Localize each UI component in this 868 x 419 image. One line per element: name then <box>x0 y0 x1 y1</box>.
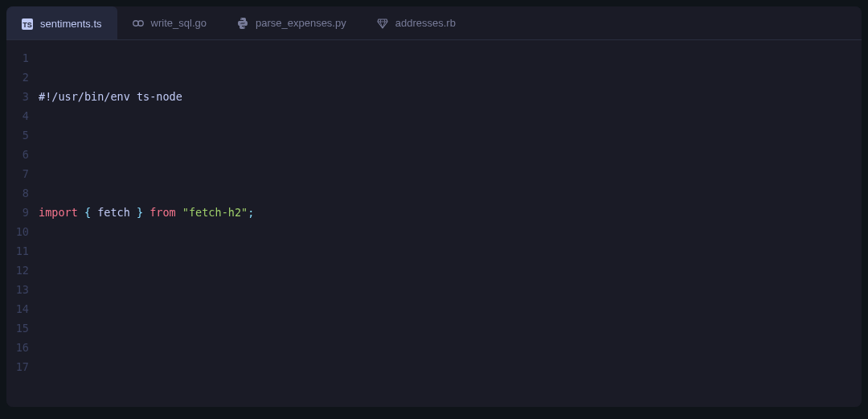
editor-body: 1 2 3 4 5 6 7 8 9 10 11 12 13 14 15 16 1… <box>6 40 862 407</box>
line-number-gutter: 1 2 3 4 5 6 7 8 9 10 11 12 13 14 15 16 1… <box>6 48 39 407</box>
line-number: 7 <box>6 164 29 183</box>
keyword-import: import <box>39 206 78 219</box>
editor-window: TS sentiments.ts write_sql.go <box>6 6 862 407</box>
line-number: 9 <box>6 203 29 222</box>
semicolon: ; <box>248 206 254 219</box>
tab-label: sentiments.ts <box>40 18 102 30</box>
python-icon <box>236 17 249 30</box>
line-number: 1 <box>6 48 29 68</box>
code-area[interactable]: #!/usr/bin/env ts-node import { fetch } … <box>39 48 862 407</box>
line-number: 8 <box>6 183 29 203</box>
tab-sentiments-ts[interactable]: TS sentiments.ts <box>6 6 117 39</box>
line-number: 12 <box>6 261 29 280</box>
tab-addresses-rb[interactable]: addresses.rb <box>362 6 471 39</box>
line-number: 17 <box>6 357 29 376</box>
line-number: 11 <box>6 241 29 261</box>
code-line <box>39 145 862 164</box>
space <box>176 206 182 219</box>
line-number: 6 <box>6 145 29 164</box>
go-icon <box>132 17 145 30</box>
line-number: 16 <box>6 338 29 357</box>
code-line: import { fetch } from "fetch-h2"; <box>39 203 862 222</box>
tab-parse-expenses-py[interactable]: parse_expenses.py <box>222 6 362 39</box>
brace-close: } <box>130 206 149 219</box>
svg-point-4 <box>240 18 241 18</box>
keyword-from: from <box>149 206 176 219</box>
ts-icon: TS <box>21 18 34 31</box>
brace-open: { <box>78 206 97 219</box>
line-number: 2 <box>6 68 29 87</box>
code-line <box>39 318 862 338</box>
tab-label: addresses.rb <box>395 17 456 29</box>
line-number: 10 <box>6 222 29 241</box>
ruby-icon <box>376 17 389 30</box>
svg-text:TS: TS <box>23 21 32 29</box>
code-line <box>39 376 862 396</box>
line-number: 5 <box>6 125 29 145</box>
tab-label: parse_expenses.py <box>256 17 346 29</box>
identifier-fetch: fetch <box>97 206 130 219</box>
shebang-text: #!/usr/bin/env ts-node <box>39 90 182 103</box>
line-number: 4 <box>6 106 29 125</box>
code-line: #!/usr/bin/env ts-node <box>39 87 862 106</box>
line-number: 15 <box>6 318 29 338</box>
tab-label: write_sql.go <box>151 17 207 29</box>
code-line <box>39 261 862 280</box>
tab-write-sql-go[interactable]: write_sql.go <box>117 6 222 39</box>
tab-bar: TS sentiments.ts write_sql.go <box>6 6 862 40</box>
line-number: 13 <box>6 280 29 299</box>
line-number: 3 <box>6 87 29 106</box>
svg-point-5 <box>244 27 244 27</box>
string-literal: "fetch-h2" <box>182 206 248 219</box>
line-number: 14 <box>6 299 29 318</box>
